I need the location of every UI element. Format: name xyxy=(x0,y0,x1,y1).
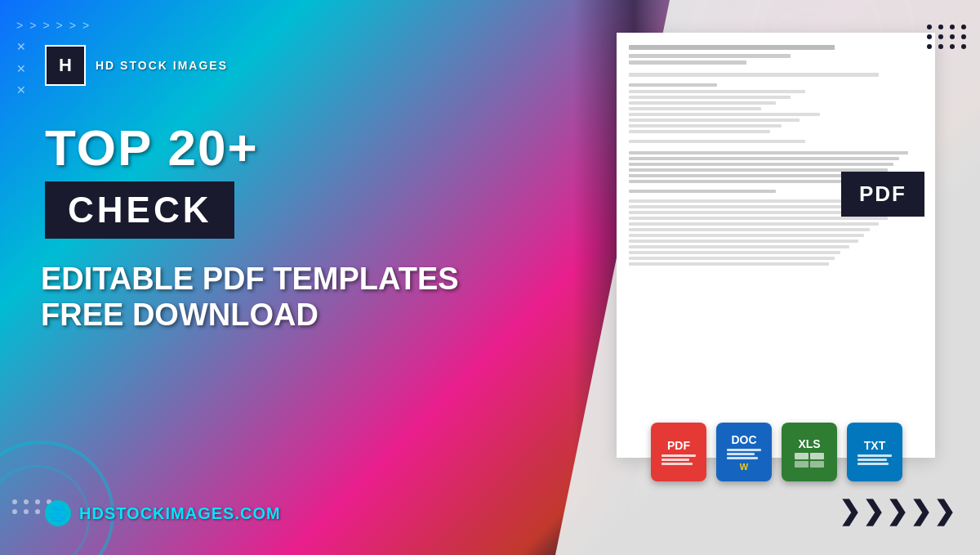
check-badge: CHECK xyxy=(45,181,234,239)
badge-text: CHECK xyxy=(68,190,212,230)
doc-content xyxy=(617,33,935,284)
hero-subtitle: EDITABLE PDF TEMPLATES FREE DOWNLOAD xyxy=(41,262,459,333)
format-icons-row: PDF DOC W XLS xyxy=(651,423,902,481)
arrows-decoration-br: ❯ ❯ ❯ ❯ ❯ xyxy=(839,495,956,526)
website-url-text: HDSTOCKIMAGES.COM xyxy=(79,504,281,523)
document-preview xyxy=(617,33,935,458)
hero-title: TOP 20+ xyxy=(45,119,259,177)
txt-icon-lines xyxy=(858,454,892,465)
subtitle-line2: FREE DOWNLOAD xyxy=(41,298,459,333)
pdf-icon-lines xyxy=(662,454,696,465)
main-container: >>>>>> ✕ ✕ ✕ H HD STOCK IMAGES xyxy=(0,0,980,555)
pdf-format-icon[interactable]: PDF xyxy=(651,423,706,481)
pdf-badge: PDF xyxy=(841,172,924,217)
doc-format-icon[interactable]: DOC W xyxy=(716,423,772,481)
globe-icon: 🌐 xyxy=(45,500,71,526)
brand-name: HD STOCK IMAGES xyxy=(96,59,228,72)
xls-format-icon[interactable]: XLS xyxy=(782,423,837,481)
txt-format-icon[interactable]: TXT xyxy=(847,423,902,481)
doc-icon-lines xyxy=(727,449,761,459)
xls-icon-grid xyxy=(795,453,824,468)
logo-icon: H xyxy=(45,45,86,86)
logo-letter: H xyxy=(59,55,72,76)
doc-section-body xyxy=(629,83,923,143)
txt-icon-label: TXT xyxy=(864,439,885,452)
pdf-icon-label: PDF xyxy=(667,439,690,452)
doc-icon-label: DOC xyxy=(731,433,756,446)
dots-decoration-tr xyxy=(927,25,968,49)
subtitle-line1: EDITABLE PDF TEMPLATES xyxy=(41,262,459,298)
xls-icon-label: XLS xyxy=(798,437,820,450)
doc-section-header xyxy=(629,45,923,77)
logo-area: H HD STOCK IMAGES xyxy=(45,45,228,86)
website-url-area: 🌐 HDSTOCKIMAGES.COM xyxy=(45,500,281,526)
